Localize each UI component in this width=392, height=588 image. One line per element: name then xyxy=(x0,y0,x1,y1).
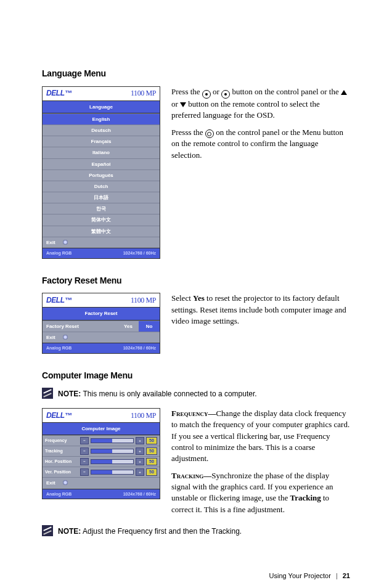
osd-footer-right: 1024x768 / 60Hz xyxy=(123,491,156,497)
osd-lang-item: Português xyxy=(43,169,160,181)
osd-lang-item: Español xyxy=(43,158,160,169)
osd-computer-screenshot: DELL™ 1100 MP Computer Image Frequency −… xyxy=(42,408,160,499)
osd-model: 1100 MP xyxy=(131,88,156,99)
heading-computer: Computer Image Menu xyxy=(42,370,350,382)
osd-language-screenshot: DELL™ 1100 MP Language English Deutsch F… xyxy=(42,86,160,259)
triangle-up-icon xyxy=(341,90,347,95)
osd-lang-item: 简体中文 xyxy=(43,214,160,225)
computer-description: Frequency—Change the display data clock … xyxy=(171,408,350,521)
osd-lang-item: Deutsch xyxy=(43,125,160,136)
osd-brand: DELL™ xyxy=(46,88,71,99)
osd-lang-item: Italiano xyxy=(43,147,160,158)
heading-language: Language Menu xyxy=(42,68,350,80)
osd-lang-item: 한국 xyxy=(43,203,160,214)
osd-brand: DELL™ xyxy=(46,410,71,421)
heading-factory: Factory Reset Menu xyxy=(42,275,350,287)
osd-footer-right: 1024x768 / 60Hz xyxy=(123,345,156,351)
osd-exit: Exit xyxy=(43,477,160,488)
osd-footer-left: Analog RGB xyxy=(46,345,71,351)
minus-icon: − xyxy=(80,447,89,455)
osd-lang-item: 繁體中文 xyxy=(43,226,160,237)
minus-icon: − xyxy=(80,437,89,444)
page-footer: Using Your Projector|21 xyxy=(42,553,350,581)
note-icon xyxy=(42,525,53,536)
osd-factory-screenshot: DELL™ 1100 MP Factory Reset Factory Rese… xyxy=(42,293,160,353)
plus-icon: + xyxy=(136,468,144,476)
osd-slider-row: Frequency − + 50 xyxy=(43,435,160,446)
minus-icon: − xyxy=(80,468,89,476)
plus-icon: + xyxy=(136,447,144,455)
osd-footer-left: Analog RGB xyxy=(46,491,71,497)
osd-exit: Exit xyxy=(43,237,160,248)
osd-lang-item: 日本語 xyxy=(43,192,160,203)
note-text: NOTE: Adjust the Frequency first and the… xyxy=(58,525,242,537)
osd-model: 1100 MP xyxy=(131,410,156,421)
osd-footer-right: 1024x768 / 60Hz xyxy=(123,250,156,256)
factory-description: Select Yes to reset the projector to its… xyxy=(171,293,350,333)
osd-exit: Exit xyxy=(43,332,160,343)
osd-slider-row: Tracking − + 50 xyxy=(43,446,160,456)
exit-icon xyxy=(63,480,68,485)
exit-icon xyxy=(63,240,68,245)
osd-model: 1100 MP xyxy=(131,295,156,306)
osd-lang-item: Français xyxy=(43,136,160,147)
circle-dot-icon xyxy=(202,90,211,99)
plus-icon: + xyxy=(136,458,144,465)
osd-factory-row: Factory Reset Yes No xyxy=(43,321,160,332)
osd-header: Language xyxy=(43,100,160,113)
minus-icon: − xyxy=(80,458,89,465)
osd-lang-item: Dutch xyxy=(43,181,160,192)
language-description: Press the or button on the control panel… xyxy=(171,86,350,167)
triangle-down-icon xyxy=(180,102,186,107)
circle-dot-icon xyxy=(221,90,230,99)
osd-lang-item: English xyxy=(43,113,160,125)
exit-icon xyxy=(63,335,68,340)
osd-brand: DELL™ xyxy=(46,295,71,306)
osd-slider-row: Hor. Position − + 50 xyxy=(43,456,160,467)
note-text: NOTE: This menu is only available connec… xyxy=(58,388,257,399)
osd-header: Computer Image xyxy=(43,422,160,435)
plus-icon: + xyxy=(136,437,144,444)
osd-slider-row: Ver. Position − + 50 xyxy=(43,467,160,477)
note-icon xyxy=(42,388,53,399)
osd-footer-left: Analog RGB xyxy=(46,250,71,256)
circle-ring-icon xyxy=(205,129,214,138)
osd-header: Factory Reset xyxy=(43,307,160,320)
